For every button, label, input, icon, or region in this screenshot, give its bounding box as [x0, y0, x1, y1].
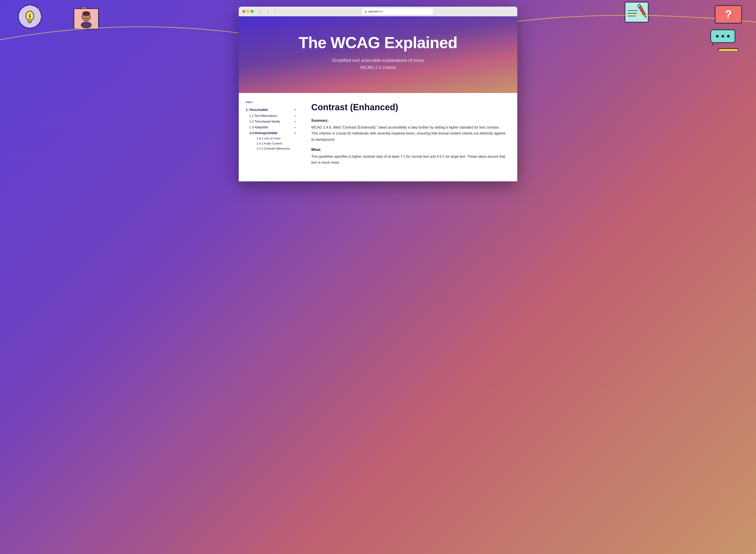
- svg-point-4: [26, 11, 34, 21]
- what-text: This guideline specifies a higher contra…: [311, 154, 507, 165]
- traffic-lights: [242, 10, 254, 13]
- document-icon: [623, 1, 650, 23]
- sidebar-section-perceivable-header[interactable]: 1. Perceivable ∧: [246, 106, 296, 113]
- hero-subtitle-line1: Simplified and actionable explanations o…: [332, 58, 424, 63]
- content-title: Contrast (Enhanced): [311, 102, 507, 112]
- hero-title: The WCAG Explained: [243, 34, 513, 51]
- hero-subtitle: Simplified and actionable explanations o…: [243, 57, 513, 71]
- svg-rect-13: [638, 4, 646, 15]
- hero-section: The WCAG Explained Simplified and action…: [239, 16, 517, 93]
- maximize-button[interactable]: [251, 10, 254, 13]
- browser-chrome: ⬚ ‹ › 🔒 getstark.co: [239, 7, 517, 16]
- sidebar-item-use-of-color[interactable]: 1.4.1 Use of Color: [253, 136, 296, 141]
- sidebar-item-audio-control[interactable]: 1.4.2 Audio Control: [253, 141, 296, 146]
- distinguishable-subitems: 1.4.1 Use of Color 1.4.2 Audio Control 1…: [249, 136, 296, 151]
- address-bar[interactable]: 🔒 getstark.co: [362, 8, 433, 14]
- svg-rect-21: [711, 30, 735, 43]
- chat-bubble-icon: [710, 29, 736, 45]
- summary-text: WCAG 1.4.6, titled "Contrast (Enhanced),…: [311, 124, 507, 143]
- svg-rect-5: [28, 20, 32, 22]
- checkmark-card-icon: [717, 48, 740, 51]
- time-based-media-chevron: ∨: [294, 120, 296, 123]
- minimize-button[interactable]: [247, 10, 249, 13]
- browser-controls: ⬚ ‹ ›: [257, 9, 278, 14]
- sidebar-item-contrast-minimum[interactable]: 1.4.3 Contrast (Minimum): [253, 146, 296, 151]
- svg-marker-8: [80, 7, 88, 9]
- svg-rect-15: [638, 4, 641, 7]
- text-alternatives-chevron: ∨: [294, 114, 296, 117]
- content-area: Intro 1. Perceivable ∧ 1.1 Text Alternat…: [239, 93, 517, 181]
- question-card-icon: ?: [714, 4, 743, 24]
- svg-point-10: [83, 11, 90, 15]
- svg-rect-26: [718, 49, 738, 51]
- distinguishable-chevron: ∧: [294, 132, 296, 134]
- sidebar-section-perceivable: 1. Perceivable ∧ 1.1 Text Alternatives ∨…: [246, 106, 296, 151]
- person-card-icon: [71, 7, 102, 33]
- perceivable-chevron: ∧: [294, 108, 296, 111]
- sidebar-item-adaptable[interactable]: 1.3 Adaptable ∨: [249, 124, 296, 130]
- svg-point-11: [81, 22, 91, 28]
- main-content: Contrast (Enhanced) Summary: WCAG 1.4.6,…: [301, 93, 517, 181]
- forward-button[interactable]: ›: [272, 9, 278, 14]
- outer-wrapper: ? ⬚ ‹ ›: [0, 0, 756, 554]
- svg-rect-12: [625, 2, 648, 22]
- what-label: What:: [311, 148, 507, 152]
- svg-text:?: ?: [725, 8, 732, 20]
- sidebar-toggle-button[interactable]: ⬚: [257, 9, 263, 14]
- svg-point-9: [82, 13, 90, 21]
- sidebar-subsection-perceivable: 1.1 Text Alternatives ∨ 1.2 Time-based M…: [246, 113, 296, 151]
- svg-marker-14: [644, 14, 647, 18]
- back-button[interactable]: ‹: [265, 9, 271, 14]
- adaptable-label: 1.3 Adaptable: [249, 125, 268, 129]
- hero-subtitle-line2: WCAG 2.2 criteria: [360, 65, 396, 70]
- adaptable-chevron: ∨: [294, 126, 296, 129]
- svg-point-24: [721, 35, 724, 38]
- sidebar-intro[interactable]: Intro: [246, 100, 296, 104]
- address-bar-wrapper: 🔒 getstark.co: [281, 8, 514, 14]
- close-button[interactable]: [242, 10, 245, 13]
- sidebar-item-time-based-media[interactable]: 1.2 Time-based Media ∨: [249, 119, 296, 124]
- svg-point-25: [727, 35, 730, 38]
- text-alternatives-label: 1.1 Text Alternatives: [249, 114, 277, 117]
- svg-line-2: [37, 9, 39, 11]
- lightbulb-icon: [18, 4, 42, 29]
- sidebar-item-distinguishable[interactable]: 1.4 Distinguishable ∧: [249, 130, 296, 136]
- browser-window: ⬚ ‹ › 🔒 getstark.co The WCAG Explained S…: [239, 7, 517, 181]
- lock-icon: 🔒: [364, 10, 367, 13]
- sidebar-item-text-alternatives[interactable]: 1.1 Text Alternatives ∨: [249, 113, 296, 119]
- time-based-media-label: 1.2 Time-based Media: [249, 120, 280, 123]
- svg-rect-6: [29, 22, 31, 23]
- svg-marker-22: [712, 43, 717, 45]
- svg-marker-7: [74, 9, 99, 29]
- svg-rect-19: [715, 5, 742, 23]
- svg-point-0: [18, 5, 41, 28]
- url-text: getstark.co: [369, 10, 383, 13]
- distinguishable-label: 1.4 Distinguishable: [249, 131, 278, 135]
- sidebar-section-perceivable-label: 1. Perceivable: [246, 108, 268, 112]
- svg-point-23: [716, 35, 719, 38]
- sidebar: Intro 1. Perceivable ∧ 1.1 Text Alternat…: [239, 93, 301, 181]
- summary-label: Summary:: [311, 119, 507, 123]
